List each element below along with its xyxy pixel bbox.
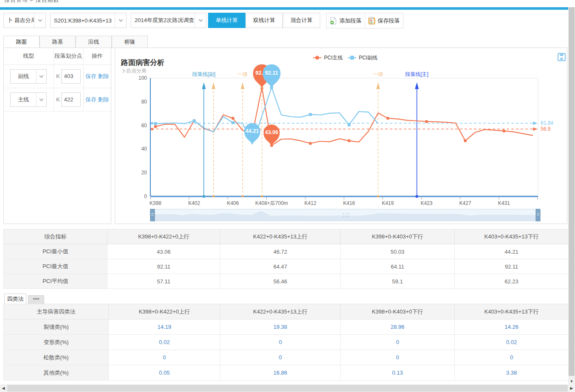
column-header: K403+0-K435+13下行 <box>455 230 569 244</box>
scroll-down-icon[interactable]: ▼ <box>568 379 575 384</box>
svg-text:K402: K402 <box>188 200 200 206</box>
svg-text:K431: K431 <box>498 200 510 206</box>
save-clipboard-icon <box>368 17 375 25</box>
table-row: 裂缝类(%)14.1919.3828.9614.26 <box>4 319 569 335</box>
table-cell: 0.02 <box>455 335 569 350</box>
column-header: 主导病害四类法 <box>4 304 109 319</box>
chevron-down-icon[interactable] <box>194 13 206 28</box>
svg-text:K412: K412 <box>304 200 316 206</box>
table-cell: 0.05 <box>109 365 220 381</box>
table-cell: 0.02 <box>109 335 220 350</box>
svg-text:44.21: 44.21 <box>245 128 259 134</box>
vertical-scrollbar-thumb[interactable] <box>569 7 575 376</box>
row-label: PCI平均值 <box>4 274 107 289</box>
delete-link[interactable]: 删除 <box>98 73 109 79</box>
table-cell: 57.11 <box>107 274 220 289</box>
four-class-table: 主导病害四类法K398+0-K422+0上行K422+0-K435+13上行K3… <box>3 304 569 381</box>
table-cell: 0 <box>220 335 341 350</box>
svg-text:61.84: 61.84 <box>541 120 553 126</box>
main-tab[interactable]: 路基 <box>39 36 76 48</box>
svg-text:K423: K423 <box>420 200 432 206</box>
split-point-input[interactable] <box>61 69 81 84</box>
split-point-input[interactable] <box>61 92 81 107</box>
table-cell: 43.06 <box>107 244 220 259</box>
scroll-left-icon[interactable]: ◀ <box>0 386 7 390</box>
segment-table: 线型 段落划分点 操作 副线K保存 删除主线K保存 删除 <box>4 48 111 112</box>
table-cell: 59.1 <box>341 274 455 289</box>
save-link[interactable]: 保存 <box>85 73 96 79</box>
table-cell: 64.47 <box>220 259 341 274</box>
survey-select[interactable]: 2014年度第2次路况调查 <box>131 13 206 28</box>
table-cell: 0 <box>341 350 455 365</box>
svg-text:卜昌吉分局: 卜昌吉分局 <box>121 68 147 74</box>
table-cell: 14.26 <box>455 319 569 335</box>
svg-text:K419: K419 <box>382 200 394 206</box>
save-as-image-icon[interactable] <box>558 53 565 61</box>
row-label: 裂缝类(%) <box>4 319 109 335</box>
line-type-select[interactable]: 主线 <box>10 92 47 107</box>
save-link[interactable]: 保存 <box>85 96 96 103</box>
mixed-calc-button[interactable]: 混合计算 <box>283 13 320 28</box>
segment-panel: 线型 段落划分点 操作 副线K保存 删除主线K保存 删除 <box>3 48 111 224</box>
svg-text:K416: K416 <box>343 200 355 206</box>
column-header: K398+0-K403+0下行 <box>341 304 455 319</box>
save-segment-button[interactable]: 保存段落 <box>365 13 403 28</box>
table-cell: 0.13 <box>341 365 455 381</box>
svg-text:K427: K427 <box>459 200 471 206</box>
row-label: PCI最小值 <box>4 244 107 259</box>
row-label: 其他类(%) <box>4 365 109 381</box>
chevron-down-icon[interactable] <box>36 93 46 106</box>
main-tab[interactable]: 沿线 <box>76 36 112 48</box>
table-cell: 50.03 <box>341 244 455 259</box>
app-window: 报告管理 > 报告期数 卜 昌吉分局 S201:K398+0-K435+13 2… <box>0 0 575 392</box>
tab-other-method[interactable]: *** <box>28 295 44 304</box>
svg-text:段落线[副]: 段落线[副] <box>192 71 216 77</box>
table-cell: 62.23 <box>455 274 569 289</box>
table-cell: 28.96 <box>341 319 455 335</box>
row-label: 松散类(%) <box>4 350 109 365</box>
summary-table-wrap: 综合指标K398+0-K422+0上行K422+0-K435+13上行K398+… <box>3 229 569 289</box>
svg-text:92.11: 92.11 <box>265 70 278 76</box>
delete-link[interactable]: 删除 <box>98 96 109 103</box>
svg-text:PCI副线: PCI副线 <box>359 55 378 61</box>
segment-col-linetype: 线型 <box>4 48 54 64</box>
pci-chart-panel: 020406080100K398K402K406K408+后700mK412K4… <box>115 48 567 224</box>
column-header: K422+0-K435+13上行 <box>220 230 341 244</box>
segment-col-splitpoint: 段落划分点 <box>54 48 83 64</box>
svg-text:80: 80 <box>141 99 147 105</box>
vertical-scrollbar[interactable]: ▼ <box>568 7 575 384</box>
main-tab[interactable]: 路面 <box>3 36 39 48</box>
single-line-calc-button[interactable]: 单线计算 <box>208 13 245 28</box>
tab-four-class-method[interactable]: 四类法 <box>4 294 26 304</box>
horizontal-scrollbar[interactable]: ◀ ▶ <box>0 384 575 392</box>
header-divider <box>0 7 568 10</box>
km-prefix: K <box>56 73 60 79</box>
chevron-down-icon[interactable] <box>34 13 45 28</box>
table-row: PCI平均值57.1156.4659.162.23 <box>4 274 569 289</box>
chevron-down-icon[interactable] <box>115 13 126 28</box>
scroll-right-icon[interactable]: ▶ <box>568 386 575 390</box>
horizontal-scrollbar-thumb[interactable] <box>7 385 568 392</box>
svg-text:56.9: 56.9 <box>541 126 551 132</box>
chevron-down-icon[interactable] <box>36 70 46 83</box>
datazoom-handle[interactable] <box>150 209 155 221</box>
table-cell: 92.11 <box>107 259 220 274</box>
svg-text:60: 60 <box>141 123 147 129</box>
route-select[interactable]: S201:K398+0-K435+13 <box>50 13 127 28</box>
table-row: 松散类(%)0000 <box>4 350 569 365</box>
column-header: K403+0-K435+13下行 <box>455 304 569 319</box>
svg-text:PCI主线: PCI主线 <box>324 55 343 61</box>
main-tab[interactable]: 桥隧 <box>112 36 148 48</box>
table-cell: 64.11 <box>341 259 455 274</box>
line-type-select[interactable]: 副线 <box>10 69 47 84</box>
datazoom-handle[interactable] <box>536 209 540 221</box>
org-select[interactable]: 卜 昌吉分局 <box>3 13 46 28</box>
table-cell: 0 <box>220 350 341 365</box>
svg-text:0: 0 <box>144 193 147 199</box>
svg-text:K406: K406 <box>227 200 239 206</box>
svg-text:段落线[主]: 段落线[主] <box>405 71 428 77</box>
breadcrumb: 报告管理 > 报告期数 <box>0 0 568 4</box>
double-line-calc-button[interactable]: 双线计算 <box>245 13 283 28</box>
add-segment-button[interactable]: 添加段落 <box>327 13 365 28</box>
svg-text:一级: 一级 <box>237 71 248 77</box>
